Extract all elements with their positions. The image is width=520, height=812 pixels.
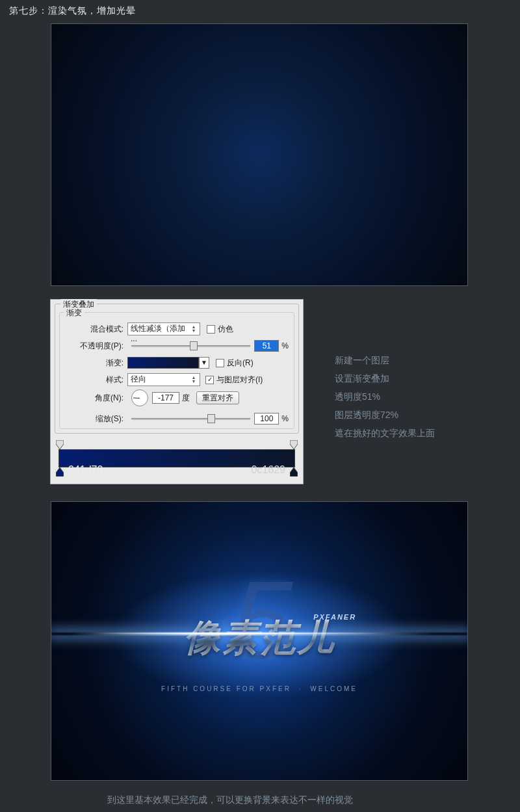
opacity-label: 不透明度(P): bbox=[65, 341, 127, 352]
final-preview: 5 像素范儿 PXFANER FIFTH COURSE FOR PXFER · … bbox=[51, 501, 468, 781]
scale-label: 缩放(S): bbox=[65, 413, 127, 425]
opacity-stop-left[interactable] bbox=[56, 440, 64, 449]
style-value: 径向 bbox=[131, 374, 146, 384]
side-notes: 新建一个图层 设置渐变叠加 透明度51% 图层透明度72% 遮在挑好的文字效果上… bbox=[335, 351, 435, 442]
step-title: 第七步：渲染气氛，增加光晕 bbox=[9, 5, 136, 17]
hex-left: 041d70 bbox=[68, 464, 103, 476]
percent-label: % bbox=[281, 341, 289, 350]
reverse-checkbox[interactable] bbox=[216, 359, 224, 367]
sub-right: WELCOME bbox=[310, 685, 358, 692]
color-stop-right[interactable] bbox=[290, 467, 298, 477]
lens-flare-core bbox=[93, 633, 384, 634]
gradient-dropdown-icon[interactable]: ▼ bbox=[199, 357, 209, 369]
gradient-label: 渐变: bbox=[65, 358, 127, 369]
note-line: 图层透明度72% bbox=[335, 406, 435, 424]
style-label: 样式: bbox=[65, 374, 127, 386]
sub-dash: · bbox=[299, 685, 303, 692]
align-label: 与图层对齐(I) bbox=[216, 374, 263, 386]
dither-checkbox[interactable] bbox=[207, 325, 215, 334]
note-line: 遮在挑好的文字效果上面 bbox=[335, 424, 435, 442]
align-checkbox[interactable] bbox=[205, 376, 214, 384]
angle-input[interactable]: -177 bbox=[152, 392, 179, 404]
note-line: 新建一个图层 bbox=[335, 351, 435, 369]
style-select[interactable]: 径向 ▴▾ bbox=[127, 373, 200, 386]
gradient-overlay-panel: 渐变叠加 渐变 混合模式: 线性减淡（添加 ... ▴▾ 仿色 不透明度(P):… bbox=[50, 299, 304, 484]
angle-label: 角度(N): bbox=[65, 393, 127, 404]
select-arrows-icon: ▴▾ bbox=[189, 324, 198, 334]
svg-marker-2 bbox=[56, 467, 64, 477]
note-line: 设置渐变叠加 bbox=[335, 369, 435, 387]
percent-label: % bbox=[281, 414, 289, 423]
gradient-swatch[interactable] bbox=[127, 357, 199, 369]
cn-title: 像素范儿 bbox=[184, 614, 335, 663]
footer-text: 到这里基本效果已经完成，可以更换背景来表达不一样的视觉 bbox=[107, 794, 353, 806]
svg-marker-1 bbox=[290, 440, 298, 449]
subline: FIFTH COURSE FOR PXFER · WELCOME bbox=[161, 685, 358, 692]
reverse-label: 反向(R) bbox=[227, 358, 254, 369]
opacity-slider[interactable] bbox=[131, 343, 250, 348]
gradient-editor: 041d70 0c1629 bbox=[55, 439, 299, 479]
color-stop-left[interactable] bbox=[56, 467, 64, 477]
select-arrows-icon: ▴▾ bbox=[189, 375, 198, 384]
panel-inner-title: 渐变 bbox=[64, 308, 84, 319]
en-badge: PXFANER bbox=[313, 613, 356, 621]
opacity-input[interactable]: 51 bbox=[254, 340, 279, 352]
blend-mode-select[interactable]: 线性减淡（添加 ... ▴▾ bbox=[127, 322, 200, 335]
gradient-preview bbox=[51, 23, 468, 286]
opacity-stop-right[interactable] bbox=[290, 440, 298, 449]
reset-align-button[interactable]: 重置对齐 bbox=[196, 391, 239, 404]
hex-right: 0c1629 bbox=[252, 464, 286, 476]
scale-slider[interactable] bbox=[131, 416, 250, 421]
note-line: 透明度51% bbox=[335, 387, 435, 406]
svg-marker-3 bbox=[290, 467, 298, 477]
angle-unit: 度 bbox=[182, 393, 190, 404]
angle-dial[interactable] bbox=[131, 389, 148, 406]
dither-label: 仿色 bbox=[218, 324, 233, 335]
gradient-bar[interactable]: 041d70 0c1629 bbox=[58, 449, 295, 467]
blend-mode-label: 混合模式: bbox=[65, 324, 127, 335]
scale-input[interactable]: 100 bbox=[254, 413, 279, 425]
svg-marker-0 bbox=[56, 440, 64, 449]
sub-left: FIFTH COURSE FOR PXFER bbox=[161, 685, 291, 692]
